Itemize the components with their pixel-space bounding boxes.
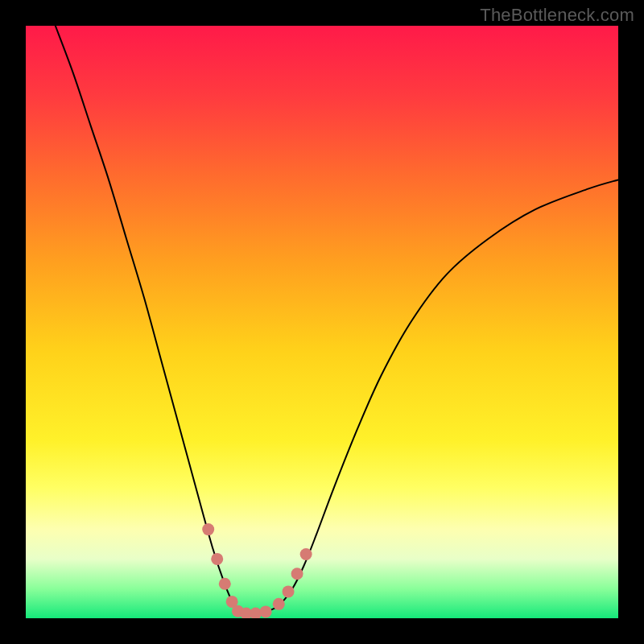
watermark-text: TheBottleneck.com	[480, 5, 634, 26]
highlight-dot	[219, 578, 231, 590]
highlight-dot	[260, 605, 272, 617]
highlight-dot	[273, 598, 285, 610]
highlight-dot	[300, 548, 312, 560]
plot-area	[26, 26, 618, 618]
gradient-background	[26, 26, 618, 618]
highlight-dot	[283, 585, 295, 597]
chart-frame: TheBottleneck.com	[0, 0, 644, 644]
highlight-dot	[211, 553, 223, 565]
chart-svg	[26, 26, 618, 618]
highlight-dot	[291, 568, 303, 580]
highlight-dot	[202, 523, 214, 535]
